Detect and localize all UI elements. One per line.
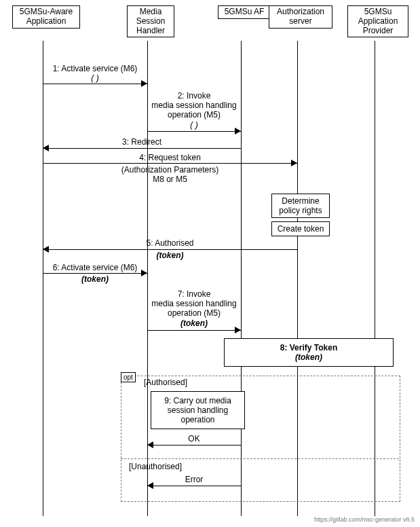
msg-1-label: 1: Activate service (M6) xyxy=(43,65,147,74)
opt-divider xyxy=(121,458,399,459)
msg-3-arrow xyxy=(43,145,49,151)
participant-app: 5GMSu-Aware Application xyxy=(12,5,80,29)
msg-3-label: 3: Redirect xyxy=(43,138,241,147)
opt-tag: opt xyxy=(121,372,136,382)
msg-2-arrow xyxy=(235,128,241,134)
guard-unauthorised: [Unauthorised] xyxy=(129,462,182,471)
msg-4-label: 4: Request token xyxy=(43,153,297,163)
msg-ok-line xyxy=(147,445,241,446)
msg-1-param: ( ) xyxy=(43,74,147,84)
invocation-carry-out: 9: Carry out media session handling oper… xyxy=(151,391,245,429)
participant-af: 5GMSu AF xyxy=(218,5,271,19)
msg-2-param: ( ) xyxy=(147,121,241,130)
msg-err-line xyxy=(147,486,241,486)
note-token: Create token xyxy=(271,221,330,236)
msg-6-label: 6: Activate service (M6) xyxy=(43,264,147,273)
msg-1-line xyxy=(43,84,147,84)
msg-6-line xyxy=(43,273,147,274)
msg-5-param: (token) xyxy=(43,251,297,261)
msg-6-param: (token) xyxy=(43,275,147,285)
msg-7-param: (token) xyxy=(147,319,241,329)
msg-5-line xyxy=(43,249,297,250)
msg-2-line xyxy=(147,131,241,132)
participant-provider: 5GMSu Application Provider xyxy=(347,5,408,37)
msg-7-line xyxy=(147,330,241,331)
inv8-param: (token) xyxy=(295,352,322,362)
invocation-verify-token: 8: Verify Token (token) xyxy=(224,338,394,367)
participant-msh: Media Session Handler xyxy=(127,5,174,37)
msg-7-label: 7: Invoke media session handling operati… xyxy=(147,290,241,318)
msg-4-line xyxy=(43,163,297,164)
msg-7-arrow xyxy=(235,327,241,333)
guard-authorised: [Authorised] xyxy=(144,378,187,387)
msg-ok-label: OK xyxy=(147,435,241,444)
note-policy: Determine policy rights xyxy=(271,194,330,218)
footer-credit: https://gitlab.com/msc-generator v8.5 xyxy=(314,516,415,523)
msg-1-arrow xyxy=(141,80,147,87)
msg-err-arrow xyxy=(147,482,153,489)
msg-ok-arrow xyxy=(147,441,153,448)
inv8-title: 8: Verify Token xyxy=(280,343,337,352)
msg-2-label: 2: Invoke media session handling operati… xyxy=(147,92,241,120)
msg-3-line xyxy=(43,148,241,149)
msg-5-label: 5: Authorised xyxy=(43,239,297,249)
msg-err-label: Error xyxy=(147,475,241,485)
participant-authsrv: Authorization server xyxy=(269,5,332,29)
msg-4-sub: (Authorization Parameters) M8 or M5 xyxy=(43,166,297,185)
